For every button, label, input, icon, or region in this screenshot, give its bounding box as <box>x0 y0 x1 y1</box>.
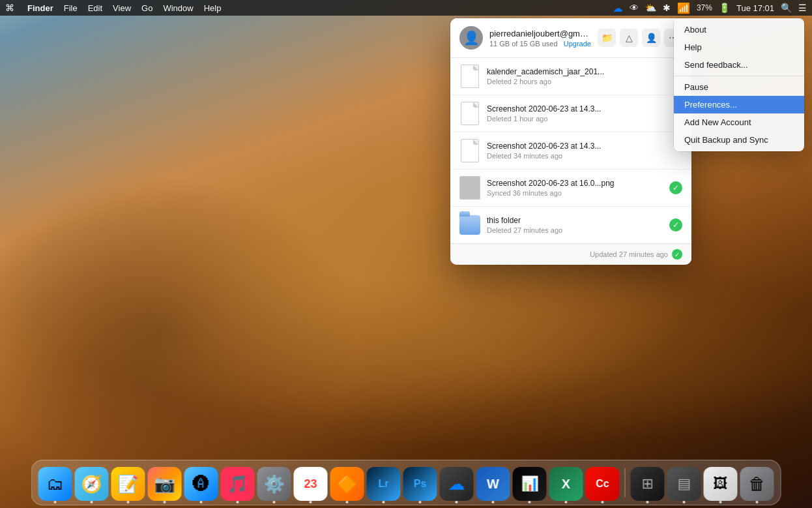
file-status: Synced 36 minutes ago <box>487 189 669 197</box>
file-item[interactable]: this folder Deleted 27 minutes ago ✓ <box>450 207 691 243</box>
dock-item-backup-sync[interactable]: ☁ <box>440 467 474 501</box>
dock-item-system-preferences[interactable]: ⚙️ <box>257 467 291 501</box>
menubar-finder[interactable]: Finder <box>27 3 53 13</box>
google-drive-button[interactable]: △ <box>620 29 638 47</box>
dock-item-word[interactable]: W <box>476 467 510 501</box>
file-type-icon <box>459 138 480 164</box>
page-icon <box>461 102 479 125</box>
file-item[interactable]: Screenshot 2020-06-23 at 16.0...png Sync… <box>450 170 691 207</box>
quit-label: Quit Backup and Sync <box>684 135 768 145</box>
dock-item-mission-control[interactable]: ▤ <box>667 467 701 501</box>
file-item[interactable]: Screenshot 2020-06-23 at 14.3... Deleted… <box>450 132 691 170</box>
bluetooth-icon[interactable]: ✱ <box>663 3 671 13</box>
page-icon <box>461 139 479 162</box>
menu-item-add-account[interactable]: Add New Account <box>674 113 804 131</box>
footer-checkmark: ✓ <box>672 249 682 260</box>
dock-item-appstore[interactable]: 🅐 <box>184 467 218 501</box>
file-details: Screenshot 2020-06-23 at 14.3... Deleted… <box>487 142 682 160</box>
notes-icon: 📝 <box>118 474 139 494</box>
menu-item-quit[interactable]: Quit Backup and Sync <box>674 131 804 149</box>
dock-item-trash[interactable]: 🗑 <box>740 467 774 501</box>
user-avatar: 👤 <box>459 26 483 50</box>
dock-item-vlc[interactable]: 🔶 <box>330 467 364 501</box>
system-preferences-icon: ⚙️ <box>264 474 285 494</box>
avatar-icon: 👤 <box>463 30 480 46</box>
backup-sync-icon: ☁ <box>448 474 465 494</box>
page-icon <box>461 65 479 88</box>
activity-monitor-icon: 📊 <box>521 475 538 492</box>
folder-icon: 📁 <box>602 33 613 43</box>
dock-item-photos[interactable]: 📷 <box>148 467 182 501</box>
dock-item-music[interactable]: 🎵 <box>221 467 255 501</box>
folder-icon <box>459 215 480 235</box>
image-thumbnail <box>459 176 480 200</box>
word-icon: W <box>487 477 499 492</box>
file-type-icon <box>459 63 480 89</box>
file-details: kalender_academisch_jaar_201... Deleted … <box>487 67 682 85</box>
battery-status[interactable]: 37% <box>697 3 712 12</box>
pause-label: Pause <box>684 82 708 92</box>
file-name: Screenshot 2020-06-23 at 14.3... <box>487 104 682 113</box>
dock-item-notes[interactable]: 📝 <box>111 467 145 501</box>
menu-item-preferences[interactable]: Preferences... <box>674 96 804 113</box>
file-name: this folder <box>487 216 669 225</box>
file-name: Screenshot 2020-06-23 at 16.0...png <box>487 179 669 188</box>
menu-item-help[interactable]: Help <box>674 38 804 56</box>
dock-item-lightroom[interactable]: Ps <box>403 467 437 501</box>
menubar-right: ☁ 👁 ⛅ ✱ 📶 37% 🔋 Tue 17:01 🔍 ☰ <box>613 2 807 14</box>
finder-icon: 🗂 <box>47 474 64 494</box>
dock-item-excel[interactable]: X <box>549 467 583 501</box>
menubar-window[interactable]: Window <box>163 3 193 13</box>
menu-item-about[interactable]: About <box>674 21 804 38</box>
dock-item-safari[interactable]: 🧭 <box>75 467 109 501</box>
sync-status-icon: ✓ <box>669 218 682 232</box>
dock-item-activity-monitor[interactable]: 📊 <box>513 467 547 501</box>
file-type-icon <box>459 212 480 238</box>
dock-item-calendar[interactable]: 23 <box>294 467 328 501</box>
spotlight-icon[interactable]: 🔍 <box>781 3 792 13</box>
popover-action-buttons: 📁 △ 👤 ⋯ <box>598 29 682 47</box>
file-details: Screenshot 2020-06-23 at 14.3... Deleted… <box>487 104 682 123</box>
menubar-file[interactable]: File <box>64 3 78 13</box>
menubar-help[interactable]: Help <box>204 3 222 13</box>
dock-item-lightroom-classic[interactable]: Lr <box>367 467 401 501</box>
dock-item-finder[interactable]: 🗂 <box>38 467 72 501</box>
apple-menu[interactable]: ⌘ <box>5 3 14 13</box>
lightroom-icon: Ps <box>414 478 427 490</box>
wifi-icon[interactable]: 📶 <box>677 2 690 14</box>
file-item[interactable]: kalender_academisch_jaar_201... Deleted … <box>450 58 691 95</box>
dock-item-adobe-cc[interactable]: Cc <box>586 467 620 501</box>
dock-item-photos-library[interactable]: 🖼 <box>704 467 738 501</box>
popover-header: 👤 pierredanieljoubert@gmail.com 11 GB of… <box>450 18 691 58</box>
menu-item-send-feedback[interactable]: Send feedback... <box>674 56 804 74</box>
menubar-go[interactable]: Go <box>141 3 152 13</box>
icloud-icon[interactable]: ⛅ <box>645 3 656 13</box>
about-label: About <box>684 25 706 35</box>
notification-center-icon[interactable]: ☰ <box>798 3 807 13</box>
menubar-edit[interactable]: Edit <box>88 3 102 13</box>
add-account-label: Add New Account <box>684 117 751 127</box>
menubar: ⌘ Finder File Edit View Go Window Help ☁… <box>0 0 812 16</box>
file-list: kalender_academisch_jaar_201... Deleted … <box>450 58 691 243</box>
file-status: Deleted 2 hours ago <box>487 78 682 85</box>
upgrade-link[interactable]: Upgrade <box>564 40 591 48</box>
mission-control-icon: ▤ <box>677 475 691 492</box>
backup-sync-menubar-icon[interactable]: ☁ <box>613 2 623 14</box>
menubar-left: ⌘ Finder File Edit View Go Window Help <box>5 3 221 13</box>
file-status: Deleted 27 minutes ago <box>487 226 669 234</box>
file-status: Deleted 1 hour ago <box>487 115 682 123</box>
menu-item-pause[interactable]: Pause <box>674 78 804 96</box>
account-email: pierredanieljoubert@gmail.com <box>489 29 592 38</box>
cloud-upload-icon: △ <box>626 33 633 43</box>
photos-library-icon: 🖼 <box>714 475 728 492</box>
file-item[interactable]: Screenshot 2020-06-23 at 14.3... Deleted… <box>450 95 691 132</box>
multitouch-icon: ⊞ <box>642 475 654 492</box>
battery-icon: 🔋 <box>719 3 730 13</box>
dock-item-multitouch[interactable]: ⊞ <box>631 467 665 501</box>
account-button[interactable]: 👤 <box>642 29 660 47</box>
menubar-view[interactable]: View <box>113 3 131 13</box>
synced-checkmark: ✓ <box>669 218 682 232</box>
open-folder-button[interactable]: 📁 <box>598 29 616 47</box>
screentime-icon[interactable]: 👁 <box>630 3 639 13</box>
help-label: Help <box>684 42 702 52</box>
